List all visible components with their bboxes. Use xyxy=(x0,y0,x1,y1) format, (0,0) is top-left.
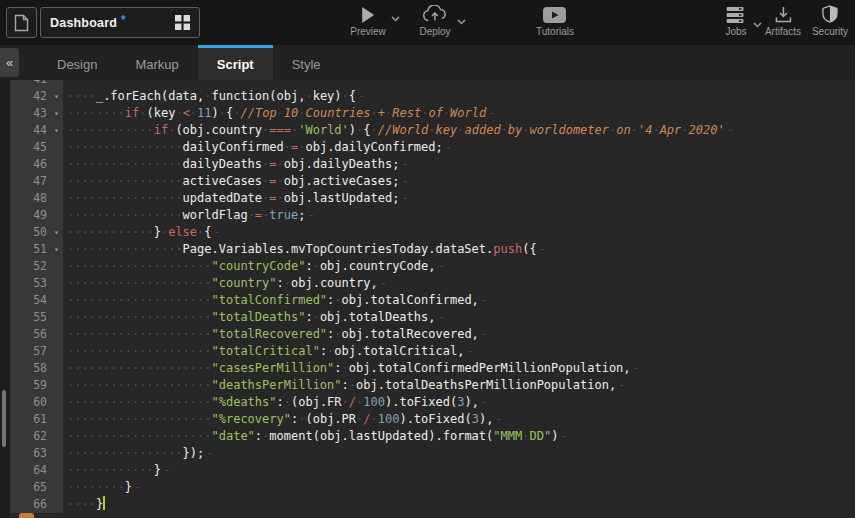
code-text[interactable]: ················});- xyxy=(63,445,214,462)
gutter-cell[interactable]: 58 xyxy=(10,360,63,377)
pages-grid-icon[interactable] xyxy=(175,15,190,30)
code-text[interactable]: ····················"deathsPerMillion":·… xyxy=(63,377,625,394)
collapse-panel-button[interactable]: « xyxy=(0,48,19,77)
gutter-cell[interactable]: 43▾ xyxy=(10,105,63,122)
tab-script[interactable]: Script xyxy=(198,45,273,80)
gutter-cell[interactable]: 55 xyxy=(10,309,63,326)
gutter-cell[interactable]: 41 xyxy=(10,80,63,88)
fold-arrow-icon[interactable]: ▾ xyxy=(50,224,63,241)
code-line[interactable]: 58····················"casesPerMillion":… xyxy=(10,360,855,377)
code-text[interactable]: ············}·else·{- xyxy=(63,224,221,241)
code-line[interactable]: 48················updatedDate·=·obj.last… xyxy=(10,190,855,207)
deploy-button[interactable]: Deploy xyxy=(419,4,450,37)
code-line[interactable]: 64············}- xyxy=(10,462,855,479)
page-button[interactable] xyxy=(6,7,37,38)
security-button[interactable]: Security xyxy=(812,4,848,37)
gutter-cell[interactable]: 64 xyxy=(10,462,63,479)
code-text[interactable]: ····················"%recovery":·(obj.PR… xyxy=(63,411,503,428)
code-text[interactable]: ····_.forEach(data,·function(obj,·key)·{… xyxy=(63,88,365,105)
left-scrollbar-handle[interactable] xyxy=(2,390,6,447)
page-dropdown[interactable]: Dashboard * xyxy=(40,7,200,38)
code-line[interactable]: 41- xyxy=(10,80,855,88)
code-text[interactable]: ····················"totalRecovered":·ob… xyxy=(63,326,488,343)
gutter-cell[interactable]: 62 xyxy=(10,428,63,445)
code-line[interactable]: 61····················"%recovery":·(obj.… xyxy=(10,411,855,428)
code-line[interactable]: 45················dailyConfirmed·=·obj.d… xyxy=(10,139,855,156)
gutter-cell[interactable]: 42▾ xyxy=(10,88,63,105)
code-lines[interactable]: 41-42▾····_.forEach(data,·function(obj,·… xyxy=(10,80,855,513)
code-text[interactable]: ····················"totalDeaths":·obj.t… xyxy=(63,309,445,326)
fold-arrow-icon[interactable]: ▾ xyxy=(50,122,63,139)
gutter-cell[interactable]: 48 xyxy=(10,190,63,207)
code-text[interactable]: ········if·(key·<·11)·{·//Top·10·Countri… xyxy=(63,105,495,122)
gutter-cell[interactable]: 59 xyxy=(10,377,63,394)
code-text[interactable]: ····················"totalCritical":·obj… xyxy=(63,343,474,360)
gutter-cell[interactable]: 53 xyxy=(10,275,63,292)
code-line[interactable]: 57····················"totalCritical":·o… xyxy=(10,343,855,360)
code-text[interactable]: ····················"date":·moment(obj.l… xyxy=(63,428,568,445)
tab-design[interactable]: Design xyxy=(38,45,116,80)
tab-markup[interactable]: Markup xyxy=(116,45,197,80)
gutter-cell[interactable]: 61 xyxy=(10,411,63,428)
fold-arrow-icon[interactable]: ▾ xyxy=(50,105,63,122)
gutter-cell[interactable]: 54 xyxy=(10,292,63,309)
preview-chevron-icon[interactable] xyxy=(391,16,400,22)
code-line[interactable]: 52····················"countryCode":·obj… xyxy=(10,258,855,275)
code-text[interactable]: - xyxy=(63,80,76,88)
code-line[interactable]: 49················worldFlag·=·true;- xyxy=(10,207,855,224)
gutter-cell[interactable]: 49 xyxy=(10,207,63,224)
code-line[interactable]: 51▾················Page.Variables.mvTopC… xyxy=(10,241,855,258)
code-text[interactable]: ····················"country":·obj.count… xyxy=(63,275,387,292)
code-line[interactable]: 56····················"totalRecovered":·… xyxy=(10,326,855,343)
fold-arrow-icon[interactable]: ▾ xyxy=(50,88,63,105)
gutter-cell[interactable]: 45 xyxy=(10,139,63,156)
artifacts-button[interactable]: Artifacts xyxy=(765,4,801,37)
code-text[interactable]: ········}- xyxy=(63,479,141,496)
code-line[interactable]: 62····················"date":·moment(obj… xyxy=(10,428,855,445)
tutorials-button[interactable]: Tutorials xyxy=(536,4,574,37)
code-line[interactable]: 60····················"%deaths":·(obj.FR… xyxy=(10,394,855,411)
code-line[interactable]: 63················});- xyxy=(10,445,855,462)
gutter-cell[interactable]: 50▾ xyxy=(10,224,63,241)
code-line[interactable]: 66····} xyxy=(10,496,855,513)
code-text[interactable]: ····} xyxy=(63,496,105,513)
deploy-chevron-icon[interactable] xyxy=(457,19,466,25)
code-text[interactable]: ················dailyConfirmed·=·obj.dai… xyxy=(63,139,452,156)
gutter-cell[interactable]: 47 xyxy=(10,173,63,190)
code-line[interactable]: 50▾············}·else·{- xyxy=(10,224,855,241)
code-text[interactable]: ····················"casesPerMillion":·o… xyxy=(63,360,640,377)
code-line[interactable]: 42▾····_.forEach(data,·function(obj,·key… xyxy=(10,88,855,105)
gutter-cell[interactable]: 65 xyxy=(10,479,63,496)
fold-arrow-icon[interactable]: ▾ xyxy=(50,241,63,258)
gutter-cell[interactable]: 51▾ xyxy=(10,241,63,258)
jobs-chevron-icon[interactable] xyxy=(753,22,762,28)
gutter-cell[interactable]: 60 xyxy=(10,394,63,411)
code-line[interactable]: 47················activeCases·=·obj.acti… xyxy=(10,173,855,190)
gutter-cell[interactable]: 52 xyxy=(10,258,63,275)
code-line[interactable]: 55····················"totalDeaths":·obj… xyxy=(10,309,855,326)
code-line[interactable]: 44▾············if·(obj.country·===·'Worl… xyxy=(10,122,855,139)
code-line[interactable]: 59····················"deathsPerMillion"… xyxy=(10,377,855,394)
gutter-cell[interactable]: 66 xyxy=(10,496,63,513)
tab-style[interactable]: Style xyxy=(273,45,340,80)
gutter-cell[interactable]: 56 xyxy=(10,326,63,343)
code-text[interactable]: ················updatedDate·=·obj.lastUp… xyxy=(63,190,409,207)
code-text[interactable]: ················activeCases·=·obj.active… xyxy=(63,173,409,190)
gutter-cell[interactable]: 44▾ xyxy=(10,122,63,139)
gutter-cell[interactable]: 57 xyxy=(10,343,63,360)
jobs-button[interactable]: Jobs xyxy=(725,4,746,37)
code-line[interactable]: 65········}- xyxy=(10,479,855,496)
code-text[interactable]: ····················"%deaths":·(obj.FR·/… xyxy=(63,394,488,411)
code-line[interactable]: 46················dailyDeaths·=·obj.dail… xyxy=(10,156,855,173)
code-line[interactable]: 54····················"totalConfirmed":·… xyxy=(10,292,855,309)
gutter-cell[interactable]: 46 xyxy=(10,156,63,173)
code-text[interactable]: ················worldFlag·=·true;- xyxy=(63,207,315,224)
code-text[interactable]: ············if·(obj.country·===·'World')… xyxy=(63,122,734,139)
code-text[interactable]: ············}- xyxy=(63,462,170,479)
code-text[interactable]: ················dailyDeaths·=·obj.dailyD… xyxy=(63,156,409,173)
code-line[interactable]: 53····················"country":·obj.cou… xyxy=(10,275,855,292)
code-text[interactable]: ····················"countryCode":·obj.c… xyxy=(63,258,445,275)
preview-button[interactable]: Preview xyxy=(350,4,386,37)
code-line[interactable]: 43▾········if·(key·<·11)·{·//Top·10·Coun… xyxy=(10,105,855,122)
code-text[interactable]: ················Page.Variables.mvTopCoun… xyxy=(63,241,546,258)
